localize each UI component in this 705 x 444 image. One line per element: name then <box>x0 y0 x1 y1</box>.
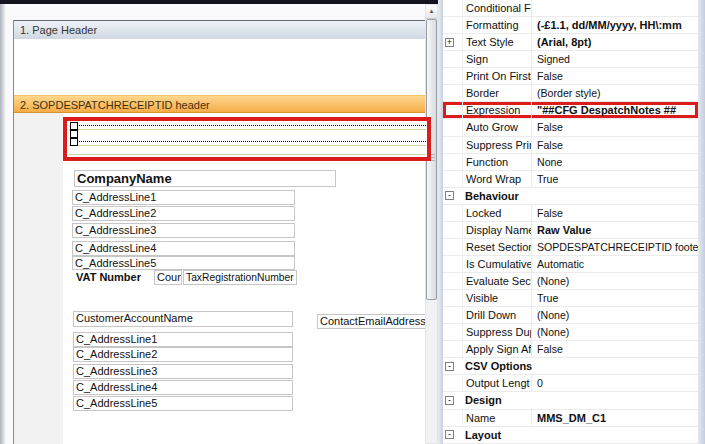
property-row-text-style[interactable]: +Text Style(Arial, 8pt) <box>443 34 698 51</box>
element-guide-line <box>69 129 426 130</box>
property-label: Print On First <box>463 68 532 84</box>
property-row-expression[interactable]: Expression"##CFG DespatchNotes ## <box>443 102 698 119</box>
property-row-csv-options[interactable]: -CSV Options <box>443 358 698 375</box>
canvas-vertical-scrollbar[interactable]: ▲ <box>425 4 438 444</box>
properties-rows: Conditional FoFormatting(-£1.1, dd/MM/yy… <box>443 0 698 444</box>
property-row-suppress-printing[interactable]: Suppress PrinFalse <box>443 137 698 154</box>
minus-icon[interactable]: - <box>445 362 454 371</box>
page-header-section-body[interactable] <box>14 39 425 95</box>
property-label: Drill Down <box>463 307 532 323</box>
property-value[interactable]: (-£1.1, dd/MM/yyyy, HH\:mm <box>532 17 698 33</box>
field-address-line[interactable]: C_AddressLine4 <box>72 241 295 256</box>
property-row-sign[interactable]: SignSigned <box>443 51 698 68</box>
field-address-line[interactable]: C_AddressLine2 <box>73 347 293 362</box>
property-value[interactable]: False <box>532 205 698 221</box>
property-value[interactable]: False <box>532 119 698 135</box>
property-value[interactable]: Automatic <box>532 256 698 272</box>
resize-handle[interactable] <box>70 122 78 130</box>
field-address-line[interactable]: C_AddressLine4 <box>73 380 293 395</box>
expand-toggle-icon[interactable]: - <box>443 358 462 374</box>
property-row-conditional-formatting[interactable]: Conditional Fo <box>443 0 698 17</box>
field-address-line[interactable]: C_AddressLine3 <box>73 364 293 379</box>
property-value[interactable]: 0 <box>532 375 698 391</box>
expand-toggle-icon[interactable]: - <box>443 188 462 204</box>
expand-toggle-icon[interactable]: - <box>443 427 462 443</box>
field-contact-email-address[interactable]: ContactEmailAddress <box>317 314 429 329</box>
property-label: Sign <box>463 51 532 67</box>
property-row-print-on-first[interactable]: Print On FirstFalse <box>443 68 698 85</box>
resize-handle[interactable] <box>70 130 78 138</box>
property-value[interactable] <box>532 0 698 16</box>
field-address-line[interactable]: C_AddressLine2 <box>72 206 295 221</box>
property-row-formatting[interactable]: Formatting(-£1.1, dd/MM/yyyy, HH\:mm <box>443 17 698 34</box>
property-row-reset-section[interactable]: Reset SectiorSOPDESPATCHRECEIPTID footer <box>443 239 698 256</box>
property-value[interactable]: (Arial, 8pt) <box>532 34 698 50</box>
section-header-page-header[interactable]: 1. Page Header <box>14 20 425 39</box>
row-gutter <box>443 85 463 101</box>
property-value[interactable]: False <box>532 137 698 153</box>
property-value[interactable]: MMS_DM_C1 <box>532 410 698 426</box>
scroll-up-arrow-icon[interactable]: ▲ <box>426 5 437 19</box>
property-row-locked[interactable]: LockedFalse <box>443 205 698 222</box>
minus-icon[interactable]: - <box>445 191 454 200</box>
selected-text-element[interactable] <box>67 121 427 157</box>
property-label: Layout <box>462 427 698 443</box>
property-row-display-name[interactable]: Display NameRaw Value <box>443 222 698 239</box>
property-row-suppress-duplicates[interactable]: Suppress Dup(None) <box>443 324 698 341</box>
property-value[interactable]: (Border style) <box>532 85 698 101</box>
property-label: Apply Sign Af <box>463 341 532 357</box>
field-address-line[interactable]: C_AddressLine1 <box>73 332 293 347</box>
property-row-behaviour[interactable]: -Behaviour <box>443 188 698 205</box>
field-address-line[interactable]: C_AddressLine5 <box>72 256 295 270</box>
property-value[interactable]: None <box>532 154 698 170</box>
expand-toggle-icon[interactable]: - <box>443 392 462 408</box>
section-header-sopdespatchreceiptid[interactable]: 2. SOPDESPATCHRECEIPTID header <box>14 95 425 113</box>
property-value[interactable]: Signed <box>532 51 698 67</box>
property-row-border[interactable]: Border(Border style) <box>443 85 698 102</box>
expand-toggle-icon[interactable]: + <box>443 34 463 50</box>
property-value[interactable]: False <box>532 68 698 84</box>
property-value[interactable]: False <box>532 341 698 357</box>
property-value[interactable]: "##CFG DespatchNotes ## <box>532 102 698 118</box>
property-value[interactable]: (None) <box>532 307 698 323</box>
property-label: Text Style <box>463 34 532 50</box>
row-gutter <box>443 102 463 118</box>
property-label: Output Lengt <box>463 375 532 391</box>
property-label: Visible <box>463 290 532 306</box>
property-row-apply-sign[interactable]: Apply Sign AfFalse <box>443 341 698 358</box>
plus-icon[interactable]: + <box>445 38 454 47</box>
field-address-line[interactable]: C_AddressLine1 <box>72 190 295 205</box>
property-value[interactable]: (None) <box>532 273 698 289</box>
property-value[interactable]: (None) <box>532 324 698 340</box>
field-address-line[interactable]: C_AddressLine3 <box>72 223 295 238</box>
property-row-word-wrap[interactable]: Word WrapTrue <box>443 171 698 188</box>
property-value[interactable]: True <box>532 290 698 306</box>
minus-icon[interactable]: - <box>445 430 454 439</box>
field-company-name[interactable]: CompanyName <box>74 170 336 187</box>
property-value[interactable]: True <box>532 171 698 187</box>
field-tax-registration-number[interactable]: TaxRegistrationNumber <box>183 270 297 285</box>
property-label: Display Name <box>463 222 532 238</box>
property-value[interactable]: Raw Value <box>532 222 698 238</box>
property-label: Reset Sectior <box>463 239 532 255</box>
property-row-design[interactable]: -Design <box>443 392 698 409</box>
row-gutter <box>443 137 463 153</box>
property-label: Locked <box>463 205 532 221</box>
properties-scrollbar-track[interactable] <box>698 0 705 444</box>
property-row-auto-grow[interactable]: Auto GrowFalse <box>443 119 698 136</box>
property-row-visible[interactable]: VisibleTrue <box>443 290 698 307</box>
property-row-layout[interactable]: -Layout <box>443 427 698 444</box>
field-country[interactable]: Coun <box>154 270 182 285</box>
property-value[interactable]: SOPDESPATCHRECEIPTID footer <box>532 239 698 255</box>
property-row-design-name[interactable]: NameMMS_DM_C1 <box>443 410 698 427</box>
field-address-line[interactable]: C_AddressLine5 <box>73 396 293 411</box>
property-row-is-cumulative[interactable]: Is CumulativeAutomatic <box>443 256 698 273</box>
property-row-drill-down[interactable]: Drill Down(None) <box>443 307 698 324</box>
property-row-evaluate-section[interactable]: Evaluate Sect(None) <box>443 273 698 290</box>
resize-handle[interactable] <box>70 138 78 146</box>
minus-icon[interactable]: - <box>445 396 454 405</box>
field-customer-account-name[interactable]: CustomerAccountName <box>73 311 293 327</box>
property-row-output-length[interactable]: Output Lengt0 <box>443 375 698 392</box>
property-label: Expression <box>463 102 532 118</box>
property-row-function[interactable]: FunctionNone <box>443 154 698 171</box>
